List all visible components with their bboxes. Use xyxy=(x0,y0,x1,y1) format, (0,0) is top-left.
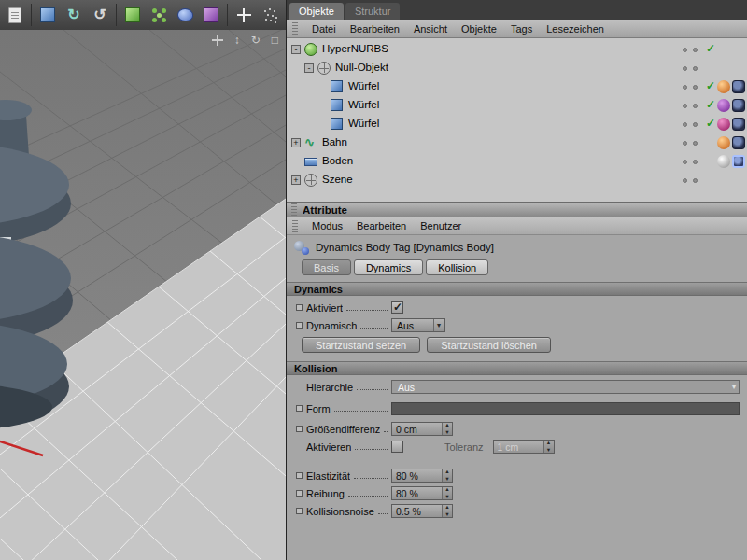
dynamisch-dropdown[interactable]: Aus▾ xyxy=(391,318,445,332)
editor-visibility-dot[interactable] xyxy=(683,104,687,108)
section-kollision[interactable]: Kollision xyxy=(287,361,747,375)
collapse-toggle[interactable]: - xyxy=(304,63,314,73)
editor-visibility-dot[interactable] xyxy=(683,160,687,164)
menu-datei[interactable]: Datei xyxy=(312,23,336,35)
menu-tags[interactable]: Tags xyxy=(511,23,532,35)
enabled-check-icon[interactable] xyxy=(706,79,715,92)
material-thumbnail[interactable] xyxy=(717,80,730,93)
dynamics-tag-icon[interactable] xyxy=(732,80,745,93)
object-label[interactable]: Szene xyxy=(322,174,353,185)
object-label[interactable]: Null-Objekt xyxy=(335,62,388,73)
grip-icon[interactable] xyxy=(292,22,298,35)
render-visibility-dot[interactable] xyxy=(693,178,698,183)
menu-bearbeiten[interactable]: Bearbeiten xyxy=(350,23,400,35)
menu-ansicht[interactable]: Ansicht xyxy=(414,23,447,35)
menu-benutzer[interactable]: Benutzer xyxy=(420,220,461,231)
hypernurbs-tool-icon[interactable] xyxy=(120,3,145,28)
stepper-arrows-icon[interactable] xyxy=(442,423,452,435)
stepper-value[interactable]: 80 % xyxy=(392,487,442,499)
editor-visibility-dot[interactable] xyxy=(683,48,687,52)
viewport-3d[interactable]: ↕ ↻ □ xyxy=(0,30,286,560)
aktiviert-checkbox[interactable] xyxy=(391,301,403,314)
new-document-icon[interactable] xyxy=(3,3,27,28)
orbit-tool-icon[interactable]: ↺ xyxy=(88,3,112,28)
menu-lesezeichen[interactable]: Lesezeichen xyxy=(546,23,604,35)
tree-row-wuerfel-1[interactable]: Würfel xyxy=(287,77,747,96)
particles-tool-icon[interactable] xyxy=(258,3,282,28)
enabled-check-icon[interactable] xyxy=(706,42,715,55)
reibung-stepper[interactable]: 80 % xyxy=(391,486,453,500)
anim-toggle-icon[interactable] xyxy=(296,304,303,311)
attribute-header[interactable]: Attribute xyxy=(287,202,747,217)
move-tool-icon[interactable] xyxy=(232,3,256,28)
object-label[interactable]: Würfel xyxy=(348,118,379,129)
material-thumbnail[interactable] xyxy=(717,118,730,131)
metaball-tool-icon[interactable] xyxy=(173,3,197,28)
anim-toggle-icon[interactable] xyxy=(296,322,303,329)
expand-toggle[interactable]: + xyxy=(291,138,301,147)
form-dropdown[interactable] xyxy=(391,402,740,415)
tree-row-szene[interactable]: + Szene xyxy=(287,171,747,189)
tree-row-null-objekt[interactable]: - Null-Objekt xyxy=(287,59,747,77)
render-visibility-dot[interactable] xyxy=(693,85,698,90)
boole-tool-icon[interactable] xyxy=(199,3,223,28)
stepper-arrows-icon[interactable] xyxy=(442,505,452,517)
expand-toggle[interactable]: + xyxy=(291,175,301,185)
grip-icon[interactable] xyxy=(291,203,297,216)
editor-visibility-dot[interactable] xyxy=(683,66,687,71)
render-visibility-dot[interactable] xyxy=(693,122,698,127)
aktivieren-checkbox[interactable] xyxy=(391,441,403,453)
anim-toggle-icon[interactable] xyxy=(296,508,303,514)
tab-objekte[interactable]: Objekte xyxy=(289,3,344,20)
menu-bearbeiten[interactable]: Bearbeiten xyxy=(357,220,406,231)
tree-row-wuerfel-2[interactable]: Würfel xyxy=(287,96,747,115)
material-thumbnail[interactable] xyxy=(717,155,730,168)
maximize-icon[interactable]: □ xyxy=(272,35,278,46)
add-cube-icon[interactable] xyxy=(35,3,60,28)
hierarchie-dropdown[interactable]: Aus▾ xyxy=(391,380,740,394)
render-visibility-dot[interactable] xyxy=(693,48,698,52)
array-tool-icon[interactable] xyxy=(147,3,171,28)
tab-kollision[interactable]: Kollision xyxy=(426,259,488,275)
grip-icon[interactable] xyxy=(292,220,298,232)
material-thumbnail[interactable] xyxy=(717,99,730,112)
tab-struktur[interactable]: Struktur xyxy=(345,3,401,20)
clear-start-state-button[interactable]: Startzustand löschen xyxy=(427,337,551,353)
stepper-value[interactable]: 0.5 % xyxy=(392,505,442,517)
dynamics-tag-icon-selected[interactable] xyxy=(732,155,745,168)
render-visibility-dot[interactable] xyxy=(693,104,698,108)
object-label[interactable]: HyperNURBS xyxy=(322,43,388,54)
editor-visibility-dot[interactable] xyxy=(683,178,687,183)
dynamics-tag-icon[interactable] xyxy=(732,118,745,131)
anim-toggle-icon[interactable] xyxy=(296,405,303,412)
stepper-arrows-icon[interactable] xyxy=(442,469,452,482)
stepper-arrows-icon[interactable] xyxy=(543,441,554,453)
rotate-icon[interactable]: ↻ xyxy=(251,35,261,46)
tree-row-wuerfel-3[interactable]: Würfel xyxy=(287,115,747,133)
stepper-arrows-icon[interactable] xyxy=(442,487,452,499)
elastizitaet-stepper[interactable]: 80 % xyxy=(391,469,453,483)
rotate-tool-icon[interactable]: ↻ xyxy=(62,3,86,28)
render-visibility-dot[interactable] xyxy=(693,66,698,71)
dynamics-tag-icon[interactable] xyxy=(732,99,745,112)
anim-toggle-icon[interactable] xyxy=(296,426,303,432)
anim-toggle-icon[interactable] xyxy=(296,472,303,479)
menu-objekte[interactable]: Objekte xyxy=(461,23,497,35)
material-thumbnail[interactable] xyxy=(717,136,730,149)
groessendifferenz-stepper[interactable]: 0 cm xyxy=(391,422,453,436)
render-visibility-dot[interactable] xyxy=(693,160,698,164)
object-label[interactable]: Boden xyxy=(322,155,353,166)
enabled-check-icon[interactable] xyxy=(706,98,715,111)
anim-toggle-icon[interactable] xyxy=(296,490,303,497)
section-dynamics[interactable]: Dynamics xyxy=(287,282,747,296)
object-label[interactable]: Würfel xyxy=(348,99,379,110)
tab-basis[interactable]: Basis xyxy=(302,259,351,275)
dynamics-tag-icon[interactable] xyxy=(732,136,745,149)
kollisionsnoise-stepper[interactable]: 0.5 % xyxy=(391,504,453,518)
enabled-check-icon[interactable] xyxy=(706,117,715,130)
stepper-value[interactable]: 0 cm xyxy=(392,423,442,435)
tree-row-boden[interactable]: Boden xyxy=(287,152,747,171)
stepper-value[interactable]: 80 % xyxy=(392,469,442,482)
object-label[interactable]: Würfel xyxy=(348,80,379,91)
zoom-icon[interactable]: ↕ xyxy=(234,35,240,46)
